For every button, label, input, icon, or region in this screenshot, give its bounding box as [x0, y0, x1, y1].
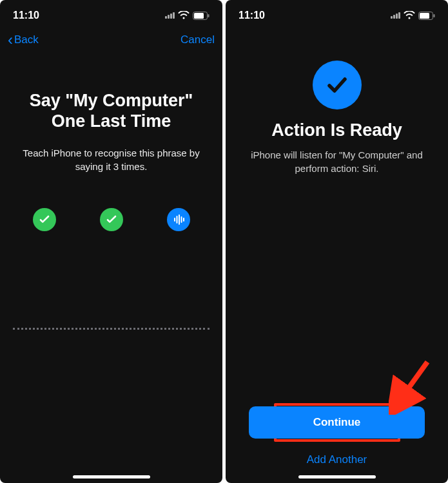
home-indicator[interactable] [298, 475, 376, 478]
waveform-baseline [13, 328, 209, 330]
battery-icon [193, 12, 209, 20]
indicator-2-check-icon [100, 208, 123, 231]
indicator-1-check-icon [33, 208, 56, 231]
page-title: Action Is Ready [239, 120, 435, 140]
continue-button[interactable]: Continue [249, 406, 425, 439]
battery-icon [418, 12, 435, 20]
status-time: 11:10 [13, 10, 39, 21]
cellular-icon [391, 12, 400, 19]
svg-rect-9 [420, 13, 429, 19]
subtitle: Teach iPhone to recognise this phrase by… [13, 146, 209, 173]
status-icons [391, 11, 435, 20]
home-indicator[interactable] [73, 475, 150, 478]
success-check-icon [313, 61, 362, 109]
title-line1: Say "My Computer" [30, 91, 193, 110]
cancel-button[interactable]: Cancel [180, 33, 215, 46]
svg-rect-6 [180, 216, 182, 223]
status-bar: 11:10 [226, 0, 448, 27]
phone-right: 11:10 Action Is Ready iPhone will listen… [226, 0, 448, 483]
indicator-3-listening-icon [167, 208, 190, 231]
svg-rect-5 [179, 214, 180, 225]
svg-rect-3 [174, 218, 175, 222]
status-icons [165, 11, 209, 20]
content-right: Action Is Ready iPhone will listen for "… [226, 27, 448, 483]
svg-rect-2 [208, 14, 209, 17]
back-label: Back [14, 33, 39, 46]
back-button[interactable]: ‹ Back [8, 32, 39, 48]
chevron-left-icon: ‹ [8, 32, 13, 48]
progress-indicators [13, 208, 209, 231]
add-another-button[interactable]: Add Another [249, 453, 425, 466]
content-left: Say "My Computer" One Last Time Teach iP… [0, 54, 222, 483]
title-line2: One Last Time [52, 111, 171, 131]
wifi-icon [404, 11, 415, 20]
wifi-icon [178, 11, 190, 20]
bottom-actions: Continue Add Another [239, 406, 435, 483]
svg-rect-4 [176, 216, 177, 223]
phone-left: 11:10 ‹ Back Cancel Say "My Computer" On… [0, 0, 222, 483]
status-time: 11:10 [239, 10, 265, 21]
page-title: Say "My Computer" One Last Time [13, 90, 209, 132]
status-bar: 11:10 [0, 0, 222, 27]
nav-bar: ‹ Back Cancel [0, 27, 222, 54]
subtitle: iPhone will listen for "My Computer" and… [239, 148, 435, 175]
cellular-icon [165, 12, 175, 19]
svg-rect-10 [434, 14, 435, 17]
svg-rect-1 [194, 13, 204, 19]
svg-rect-7 [183, 218, 184, 222]
